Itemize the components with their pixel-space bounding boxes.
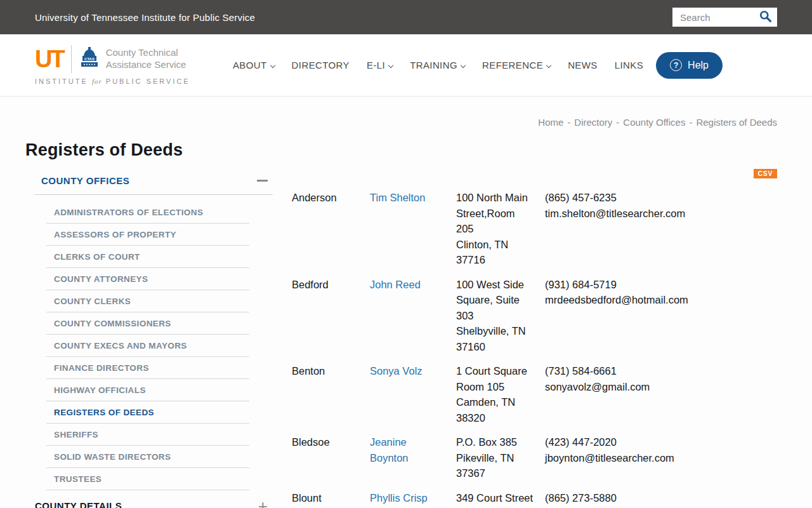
county-cell: Bedford (292, 277, 370, 355)
address-cell: 349 Court Street (456, 490, 534, 508)
address-line: Camden, TN 38320 (456, 394, 534, 425)
ut-logo: UT (35, 47, 71, 71)
sidebar-item-clerks-of-court[interactable]: CLERKS OF COURT (46, 246, 249, 268)
address-line: P.O. Box 385 (456, 434, 534, 450)
county-offices-list: ADMINISTRATORS OF ELECTIONSASSESSORS OF … (46, 201, 249, 490)
nav-item[interactable]: REFERENCE (482, 60, 551, 70)
address-line: 100 West Side Square, Suite 303 (456, 277, 534, 324)
contact-cell: (931) 684-5719 mrdeedsbedford@hotmail.co… (545, 277, 777, 355)
sidebar-item-county-attorneys[interactable]: COUNTY ATTORNEYS (46, 268, 249, 290)
search-button[interactable] (756, 10, 777, 25)
sidebar-item-county-commissioners[interactable]: COUNTY COMMISSIONERS (46, 312, 249, 335)
county-cell: Benton (292, 363, 370, 425)
help-button[interactable]: ? Help (656, 52, 723, 79)
chevron-down-icon (388, 63, 393, 68)
breadcrumb-link[interactable]: Home (538, 117, 563, 128)
nav-item[interactable]: ABOUT (233, 60, 275, 70)
sidebar-item-county-execs-and-mayors[interactable]: COUNTY EXECS AND MAYORS (46, 335, 249, 357)
nav-item[interactable]: LINKS (615, 60, 643, 70)
header: UT CTAS County Technical Assi (0, 34, 812, 97)
name-cell: Jeanine Boynton (370, 434, 456, 481)
collapse-minus-icon[interactable] (257, 180, 268, 181)
logo-divider (71, 45, 72, 73)
sidebar-item-sheriffs[interactable]: SHERIFFS (46, 424, 249, 446)
accordion-county-details[interactable]: COUNTY DETAILS + (35, 494, 273, 508)
name-cell: Phyllis Crisp (370, 490, 456, 508)
sidebar: COUNTY OFFICES ADMINISTRATORS OF ELECTIO… (35, 169, 273, 508)
svg-text:CTAS: CTAS (84, 57, 95, 61)
address-cell: 100 North Main Street,Room 205Clinton, T… (456, 190, 534, 268)
registers-table: Anderson Tim Shelton 100 North Main Stre… (292, 190, 777, 508)
sidebar-item-assessors-of-property[interactable]: ASSESSORS OF PROPERTY (46, 224, 249, 246)
breadcrumb-separator: - (616, 117, 619, 128)
search-input[interactable] (680, 12, 756, 23)
breadcrumb-link[interactable]: County Offices (623, 117, 685, 128)
breadcrumb-separator: - (567, 117, 570, 128)
address-line: Clinton, TN 37716 (456, 237, 534, 268)
county-cell: Bledsoe (292, 434, 370, 481)
sidebar-item-highway-officials[interactable]: HIGHWAY OFFICIALS (46, 379, 249, 401)
county-cell: Blount (292, 490, 370, 508)
table-row: Bledsoe Jeanine Boynton P.O. Box 385Pike… (292, 434, 777, 481)
nav-item[interactable]: DIRECTORY (292, 60, 350, 70)
sidebar-item-solid-waste-directors[interactable]: SOLID WASTE DIRECTORS (46, 446, 249, 468)
ctas-logo[interactable]: UT CTAS County Technical Assi (35, 45, 190, 85)
org-name: County Technical Assistance Service (106, 47, 187, 71)
capitol-icon: CTAS (79, 46, 100, 72)
nav-item[interactable]: E-LI (367, 60, 393, 70)
address-cell: P.O. Box 385Pikeville, TN 37367 (456, 434, 534, 481)
county-cell: Anderson (292, 190, 370, 268)
sidebar-item-registers-of-deeds[interactable]: REGISTERS OF DEEDS (46, 401, 249, 424)
address-line: 349 Court Street (456, 490, 534, 506)
nav-item[interactable]: NEWS (568, 60, 598, 70)
email-text: tim.shelton@titlesearcher.com (545, 206, 777, 222)
chevron-down-icon (270, 63, 275, 68)
content-layout: COUNTY OFFICES ADMINISTRATORS OF ELECTIO… (0, 169, 812, 508)
name-cell: Sonya Volz (370, 363, 456, 425)
help-label: Help (688, 60, 709, 71)
directory-main: CSV Anderson Tim Shelton 100 North Main … (292, 169, 777, 508)
sidebar-item-finance-directors[interactable]: FINANCE DIRECTORS (46, 357, 249, 379)
phone-text: (931) 684-5719 (545, 277, 777, 293)
name-cell: John Reed (370, 277, 456, 355)
institute-tagline: INSTITUTE for PUBLIC SERVICE (35, 77, 190, 85)
register-name-link[interactable]: Jeanine Boynton (370, 436, 409, 464)
sidebar-item-county-clerks[interactable]: COUNTY CLERKS (46, 290, 249, 312)
table-row: Anderson Tim Shelton 100 North Main Stre… (292, 190, 777, 268)
chevron-down-icon (461, 63, 466, 68)
address-line: 100 North Main Street,Room 205 (456, 190, 534, 237)
county-offices-title: COUNTY OFFICES (41, 175, 129, 186)
nav-item[interactable]: TRAINING (410, 60, 465, 70)
register-name-link[interactable]: John Reed (370, 279, 421, 290)
sidebar-item-trustees[interactable]: TRUSTEES (46, 468, 249, 490)
expand-plus-icon[interactable]: + (258, 502, 268, 508)
register-name-link[interactable]: Sonya Volz (370, 365, 422, 377)
address-line: Shelbyville, TN 37160 (456, 323, 534, 354)
register-name-link[interactable]: Tim Shelton (370, 192, 425, 203)
email-text: pcrisp@blounttn.org (545, 505, 777, 508)
table-row: Benton Sonya Volz 1 Court Square Room 10… (292, 363, 777, 425)
name-cell: Tim Shelton (370, 190, 456, 268)
breadcrumb-link[interactable]: Directory (574, 117, 612, 128)
sidebar-item-administrators-of-elections[interactable]: ADMINISTRATORS OF ELECTIONS (46, 201, 249, 224)
breadcrumb-link: Registers of Deeds (696, 117, 777, 128)
chevron-down-icon (546, 63, 551, 68)
breadcrumb: Home-Directory-County Offices-Registers … (0, 117, 777, 128)
email-text: sonyavolz@gmail.com (545, 379, 777, 395)
address-line: 1 Court Square Room 105 (456, 363, 534, 394)
email-text: jboynton@titlesearcher.com (545, 450, 777, 466)
contact-cell: (865) 273-5880 pcrisp@blounttn.org (545, 490, 777, 508)
address-line: Pikeville, TN 37367 (456, 450, 534, 481)
topbar: University of Tennessee Institute for Pu… (0, 0, 812, 34)
csv-export-button[interactable]: CSV (754, 169, 777, 178)
accordion-county-offices[interactable]: COUNTY OFFICES (35, 169, 273, 195)
phone-text: (865) 273-5880 (545, 490, 777, 506)
contact-cell: (865) 457-6235 tim.shelton@titlesearcher… (545, 190, 777, 268)
phone-text: (865) 457-6235 (545, 190, 777, 206)
address-cell: 100 West Side Square, Suite 303Shelbyvil… (456, 277, 534, 355)
contact-cell: (423) 447-2020 jboynton@titlesearcher.co… (545, 434, 777, 481)
table-row: Blount Phyllis Crisp 349 Court Street (8… (292, 490, 777, 508)
search-icon (759, 10, 772, 25)
phone-text: (731) 584-6661 (545, 363, 777, 379)
register-name-link[interactable]: Phyllis Crisp (370, 492, 428, 504)
